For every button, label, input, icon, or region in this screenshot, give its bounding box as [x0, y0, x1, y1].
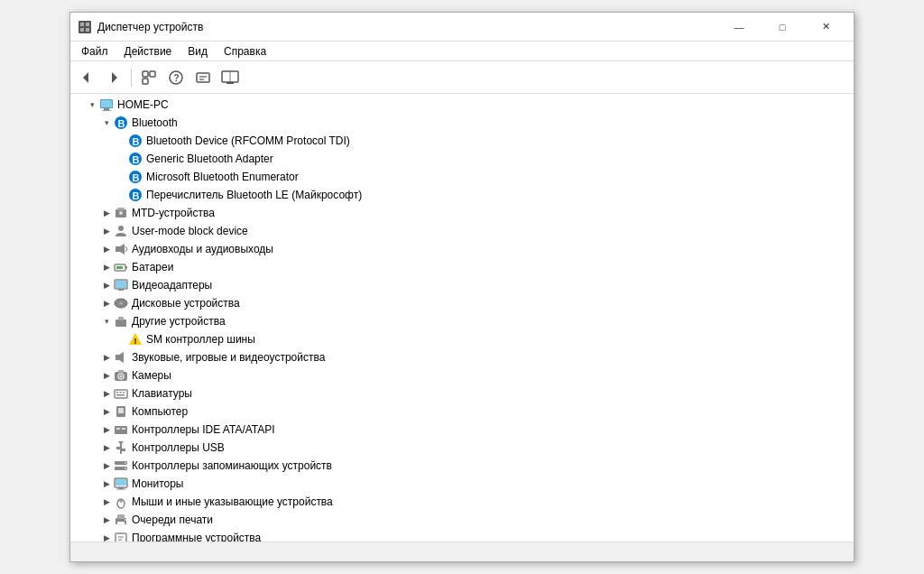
expander-other[interactable]: ▾	[99, 314, 114, 329]
tree-item-bt-rfcomm[interactable]: ▶ B Bluetooth Device (RFCOMM Protocol TD…	[70, 132, 854, 150]
expander-storage[interactable]: ▶	[99, 458, 114, 473]
monitor-button[interactable]	[217, 65, 243, 90]
svg-rect-4	[86, 28, 89, 32]
svg-rect-61	[120, 392, 122, 393]
svg-rect-42	[116, 266, 123, 269]
menu-view[interactable]: Вид	[180, 43, 215, 60]
expander-mouse[interactable]: ▶	[99, 495, 114, 509]
battery-icon	[114, 260, 128, 274]
svg-rect-16	[226, 82, 234, 84]
expander-printer[interactable]: ▶	[99, 513, 114, 527]
forward-button[interactable]	[101, 65, 126, 90]
expander-bluetooth[interactable]: ▾	[99, 116, 114, 130]
display-icon	[114, 278, 128, 292]
tree-item-usermode[interactable]: ▶ User-mode block device	[70, 222, 854, 240]
expander-usermode[interactable]: ▶	[99, 224, 114, 238]
tree-item-monitor[interactable]: ▶ Мониторы	[70, 475, 854, 493]
expander-battery[interactable]: ▶	[99, 260, 114, 274]
tree-item-bt-le[interactable]: ▶ B Перечислитель Bluetooth LE (Майкросо…	[70, 186, 854, 204]
other-icon	[114, 314, 128, 329]
tree-item-other[interactable]: ▾ Другие устройства	[70, 312, 854, 330]
tree-item-camera[interactable]: ▶ Камеры	[70, 366, 854, 384]
maximize-button[interactable]: □	[762, 13, 803, 42]
bluetooth-label: Bluetooth	[132, 116, 178, 129]
tree-view-button[interactable]	[136, 65, 162, 90]
svg-point-48	[119, 302, 123, 305]
window-controls: — □ ✕	[718, 13, 846, 42]
tree-item-computer[interactable]: ▶ Компьютер	[70, 403, 854, 421]
tree-item-sound[interactable]: ▶ Звуковые, игровые и видеоустройства	[70, 348, 854, 366]
svg-rect-68	[122, 428, 125, 430]
svg-rect-21	[102, 110, 111, 111]
monitor-icon	[114, 477, 128, 491]
svg-rect-72	[122, 449, 125, 451]
svg-text:B: B	[133, 154, 140, 165]
svg-rect-9	[143, 79, 148, 84]
help-button[interactable]: ?	[163, 65, 189, 90]
expander-monitor[interactable]: ▶	[99, 477, 114, 491]
tree-item-battery[interactable]: ▶ Батареи	[70, 258, 854, 276]
device-tree[interactable]: ▾ HOME-PC ▾ B	[70, 94, 854, 542]
menu-action[interactable]: Действие	[117, 43, 180, 60]
menu-help[interactable]: Справка	[217, 43, 273, 60]
storage-label: Контроллеры запоминающих устройств	[132, 459, 332, 472]
expander-disk[interactable]: ▶	[99, 296, 114, 310]
expander-camera[interactable]: ▶	[99, 368, 114, 383]
svg-rect-41	[125, 266, 127, 269]
tree-item-keyboard[interactable]: ▶ Клавиатуры	[70, 384, 854, 403]
sound-label: Звуковые, игровые и видеоустройства	[132, 351, 325, 364]
expander-software[interactable]: ▶	[99, 531, 114, 542]
window-title: Диспетчер устройств	[97, 21, 718, 33]
svg-rect-59	[115, 390, 127, 398]
svg-rect-12	[197, 73, 209, 82]
tree-item-printer[interactable]: ▶ Очереди печати	[70, 511, 854, 529]
computer-label: Компьютер	[132, 405, 188, 418]
tree-item-storage[interactable]: ▶ Контроллеры запоминающих устройств	[70, 457, 854, 475]
svg-rect-67	[116, 428, 120, 430]
disk-icon	[114, 296, 128, 310]
tree-item-software[interactable]: ▶ Программные устройства	[70, 529, 854, 542]
expander-computer[interactable]: ▶	[99, 404, 114, 419]
expander-sound[interactable]: ▶	[99, 350, 114, 365]
svg-rect-2	[86, 23, 89, 26]
tree-item-sm-controller[interactable]: ▶ ! SM контроллер шины	[70, 330, 854, 348]
tree-item-bt-generic[interactable]: ▶ B Generic Bluetooth Adapter	[70, 150, 854, 168]
tree-item-ide[interactable]: ▶ Контроллеры IDE ATA/ATAPI	[70, 421, 854, 439]
svg-rect-60	[116, 392, 118, 393]
expander-root[interactable]: ▾	[85, 97, 99, 112]
mtd-label: MTD-устройства	[132, 207, 215, 219]
svg-rect-7	[143, 71, 148, 77]
expander-mtd[interactable]: ▶	[99, 206, 114, 220]
expander-keyboard[interactable]: ▶	[99, 386, 114, 401]
tree-item-mouse[interactable]: ▶ Мыши и иные указывающие устройства	[70, 493, 854, 511]
expander-display[interactable]: ▶	[99, 278, 114, 292]
printer-label: Очереди печати	[132, 514, 213, 526]
svg-point-57	[120, 375, 123, 378]
svg-point-87	[125, 519, 126, 521]
minimize-button[interactable]: —	[718, 13, 760, 42]
root-label: HOME-PC	[117, 98, 169, 111]
tree-item-root[interactable]: ▾ HOME-PC	[70, 96, 854, 114]
properties-button[interactable]	[190, 65, 216, 90]
back-button[interactable]	[74, 65, 99, 90]
toolbar: ?	[70, 61, 854, 94]
svg-rect-66	[115, 426, 127, 434]
menu-file[interactable]: Файл	[74, 43, 116, 60]
tree-item-usb[interactable]: ▶ Контроллеры USB	[70, 439, 854, 457]
software-icon	[114, 531, 128, 542]
tree-item-mtd[interactable]: ▶ MTD-устройства	[70, 204, 854, 222]
tree-item-disk[interactable]: ▶ Дисковые устройства	[70, 294, 854, 312]
bluetooth-category-icon: B	[114, 116, 128, 130]
expander-ide[interactable]: ▶	[99, 422, 114, 437]
tree-item-audio[interactable]: ▶ Аудиовходы и аудиовыходы	[70, 240, 854, 258]
expander-audio[interactable]: ▶	[99, 242, 114, 256]
tree-item-display[interactable]: ▶ Видеоадаптеры	[70, 276, 854, 294]
tree-item-bluetooth[interactable]: ▾ B Bluetooth	[70, 114, 854, 132]
svg-point-76	[125, 468, 126, 469]
svg-rect-33	[117, 208, 125, 210]
tree-item-bt-enum[interactable]: ▶ B Microsoft Bluetooth Enumerator	[70, 168, 854, 186]
svg-rect-3	[80, 28, 84, 32]
svg-rect-8	[150, 71, 155, 77]
expander-usb[interactable]: ▶	[99, 440, 114, 455]
close-button[interactable]: ✕	[805, 13, 846, 42]
